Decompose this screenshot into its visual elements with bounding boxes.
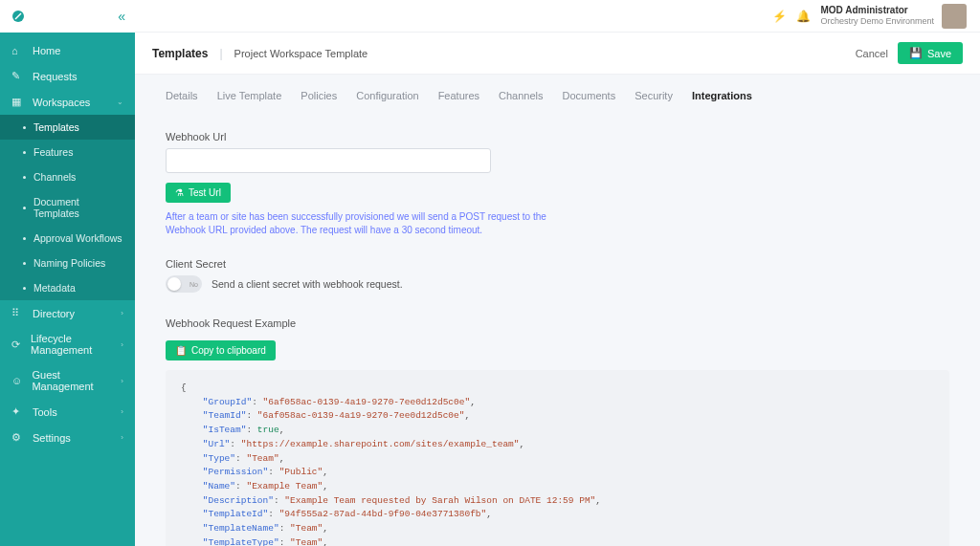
nav-label: Settings [33, 432, 71, 444]
chevron-right-icon: › [121, 407, 123, 416]
breadcrumb-main: Templates [152, 47, 208, 60]
test-url-button[interactable]: ⚗Test Url [166, 183, 231, 203]
webhook-url-label: Webhook Url [166, 131, 949, 142]
tab-configuration[interactable]: Configuration [356, 90, 418, 105]
nav-label: Workspaces [33, 97, 90, 108]
nav-label: Requests [33, 71, 77, 82]
flask-icon: ⚗ [175, 187, 184, 198]
test-url-label: Test Url [189, 187, 221, 198]
users-icon: ⠿ [11, 307, 25, 319]
nav-label: Tools [33, 406, 57, 418]
chevron-right-icon: › [121, 309, 123, 317]
nav-label: Lifecycle Management [31, 333, 121, 356]
tab-integrations[interactable]: Integrations [692, 90, 752, 105]
breadcrumb-sep: | [219, 47, 222, 60]
collapse-sidebar-icon[interactable]: « [118, 9, 125, 24]
avatar [942, 4, 967, 29]
tabs: Details Live Template Policies Configura… [166, 75, 949, 116]
nav-directory[interactable]: ⠿Directory› [0, 300, 135, 326]
nav-workspaces-sub: Templates Features Channels Document Tem… [0, 115, 135, 300]
nav-home[interactable]: ⌂Home [0, 38, 135, 63]
app-logo-icon [10, 8, 27, 25]
tab-features[interactable]: Features [438, 90, 479, 105]
sidebar: « ⌂Home ✎Requests ▦Workspaces⌄ Templates… [0, 0, 135, 546]
tab-live-template[interactable]: Live Template [217, 90, 282, 105]
bolt-icon[interactable]: ⚡ [772, 10, 787, 23]
nav-label: Channels [33, 171, 76, 183]
toggle-state: No [189, 281, 198, 288]
topbar: ⚡ 🔔 MOD Administrator Orchestry Demo Env… [135, 0, 980, 33]
nav-settings[interactable]: ⚙Settings› [0, 425, 135, 450]
user-menu[interactable]: MOD Administrator Orchestry Demo Environ… [820, 4, 967, 29]
save-icon: 💾 [909, 47, 923, 59]
nav-label: Metadata [33, 282, 76, 294]
user-env: Orchestry Demo Environment [820, 16, 934, 27]
gear-icon: ⚙ [11, 431, 25, 444]
nav-label: Guest Management [32, 369, 121, 392]
webhook-example-json: { "GroupId": "6af058ac-0139-4a19-9270-7e… [166, 370, 949, 546]
chevron-right-icon: › [121, 377, 123, 385]
send-icon: ✎ [11, 70, 25, 82]
client-secret-label: Client Secret [166, 258, 949, 270]
nav-tools[interactable]: ✦Tools› [0, 399, 135, 425]
chevron-down-icon: ⌄ [117, 98, 123, 106]
nav-sub-features[interactable]: Features [0, 140, 135, 164]
client-secret-toggle[interactable]: No [166, 275, 202, 293]
nav-requests[interactable]: ✎Requests [0, 63, 135, 89]
breadcrumb-sub: Project Workspace Template [234, 48, 368, 59]
nav-sub-channels[interactable]: Channels [0, 164, 135, 189]
nav-label: Document Templates [33, 196, 123, 219]
grid-icon: ▦ [11, 96, 25, 108]
save-button[interactable]: 💾Save [898, 42, 963, 64]
webhook-help-text: After a team or site has been successful… [166, 210, 568, 237]
client-secret-toggle-text: Send a client secret with webhook reques… [212, 278, 403, 290]
webhook-url-input[interactable] [166, 148, 491, 173]
copy-label: Copy to clipboard [191, 345, 266, 356]
tab-policies[interactable]: Policies [301, 90, 337, 105]
tab-security[interactable]: Security [635, 90, 673, 105]
nav-sub-doc-templates[interactable]: Document Templates [0, 189, 135, 226]
nav-label: Home [33, 45, 60, 56]
chevron-right-icon: › [121, 433, 123, 442]
tab-details[interactable]: Details [166, 90, 198, 105]
nav-label: Templates [33, 121, 79, 133]
wrench-icon: ✦ [11, 405, 25, 418]
nav: ⌂Home ✎Requests ▦Workspaces⌄ Templates F… [0, 33, 135, 546]
main: ⚡ 🔔 MOD Administrator Orchestry Demo Env… [135, 0, 980, 546]
content: Details Live Template Policies Configura… [135, 75, 980, 546]
nav-sub-approval[interactable]: Approval Workflows [0, 226, 135, 251]
tab-documents[interactable]: Documents [563, 90, 616, 105]
cancel-button[interactable]: Cancel [856, 48, 888, 59]
home-icon: ⌂ [11, 45, 25, 56]
nav-label: Features [33, 146, 73, 158]
logo-bar: « [0, 0, 135, 33]
save-label: Save [927, 48, 951, 59]
copy-clipboard-button[interactable]: 📋Copy to clipboard [166, 340, 276, 360]
bell-icon[interactable]: 🔔 [796, 10, 811, 23]
nav-label: Directory [33, 308, 75, 319]
nav-label: Naming Policies [33, 257, 105, 269]
user-name: MOD Administrator [820, 5, 934, 16]
chevron-right-icon: › [121, 340, 123, 349]
nav-sub-metadata[interactable]: Metadata [0, 275, 135, 300]
nav-sub-naming[interactable]: Naming Policies [0, 251, 135, 275]
nav-sub-templates[interactable]: Templates [0, 115, 135, 140]
tab-channels[interactable]: Channels [499, 90, 543, 105]
refresh-icon: ⟳ [11, 339, 23, 351]
example-label: Webhook Request Example [166, 317, 949, 329]
nav-workspaces[interactable]: ▦Workspaces⌄ [0, 89, 135, 115]
nav-lifecycle[interactable]: ⟳Lifecycle Management› [0, 326, 135, 362]
nav-label: Approval Workflows [33, 232, 122, 244]
nav-guest[interactable]: ☺Guest Management› [0, 362, 135, 399]
clipboard-icon: 📋 [175, 345, 187, 356]
breadcrumb-bar: Templates | Project Workspace Template C… [135, 33, 980, 75]
guest-icon: ☺ [11, 375, 24, 386]
